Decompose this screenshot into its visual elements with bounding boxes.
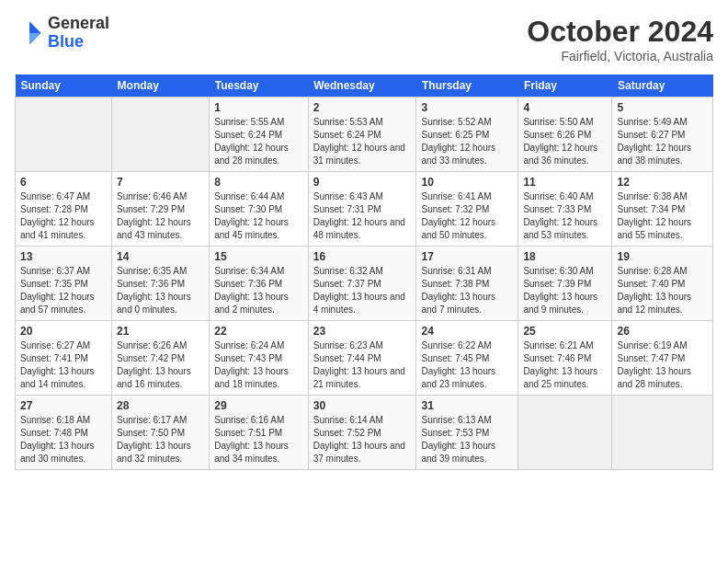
- day-info: Sunrise: 6:32 AMSunset: 7:37 PMDaylight:…: [313, 265, 412, 316]
- calendar-header-row: SundayMondayTuesdayWednesdayThursdayFrid…: [16, 75, 713, 98]
- calendar-cell: [16, 98, 112, 172]
- calendar-cell: 5Sunrise: 5:49 AMSunset: 6:27 PMDaylight…: [612, 98, 713, 172]
- calendar-cell: 9Sunrise: 6:43 AMSunset: 7:31 PMDaylight…: [308, 172, 416, 247]
- day-info: Sunrise: 6:46 AMSunset: 7:29 PMDaylight:…: [117, 190, 204, 242]
- day-info: Sunrise: 6:43 AMSunset: 7:31 PMDaylight:…: [313, 190, 412, 242]
- day-info: Sunrise: 6:26 AMSunset: 7:42 PMDaylight:…: [117, 339, 204, 391]
- calendar-cell: 10Sunrise: 6:41 AMSunset: 7:32 PMDayligh…: [416, 172, 518, 247]
- calendar-cell: 17Sunrise: 6:31 AMSunset: 7:38 PMDayligh…: [416, 247, 518, 321]
- calendar-cell: 1Sunrise: 5:55 AMSunset: 6:24 PMDaylight…: [210, 98, 309, 172]
- day-info: Sunrise: 5:53 AMSunset: 6:24 PMDaylight:…: [313, 116, 412, 167]
- day-info: Sunrise: 6:18 AMSunset: 7:48 PMDaylight:…: [20, 414, 107, 465]
- calendar-cell: 3Sunrise: 5:52 AMSunset: 6:25 PMDaylight…: [416, 98, 518, 172]
- logo: General Blue: [15, 15, 109, 52]
- calendar-cell: 7Sunrise: 6:46 AMSunset: 7:29 PMDaylight…: [112, 172, 210, 247]
- header-day-friday: Friday: [518, 75, 612, 98]
- day-info: Sunrise: 6:40 AMSunset: 7:33 PMDaylight:…: [523, 190, 607, 242]
- calendar-cell: 19Sunrise: 6:28 AMSunset: 7:40 PMDayligh…: [612, 247, 713, 321]
- header-day-thursday: Thursday: [416, 75, 518, 98]
- day-info: Sunrise: 6:17 AMSunset: 7:50 PMDaylight:…: [117, 414, 204, 465]
- calendar-cell: 28Sunrise: 6:17 AMSunset: 7:50 PMDayligh…: [112, 396, 210, 470]
- calendar-week-row: 1Sunrise: 5:55 AMSunset: 6:24 PMDaylight…: [16, 98, 713, 172]
- title-block: October 2024 Fairfield, Victoria, Austra…: [527, 15, 713, 63]
- calendar-table: SundayMondayTuesdayWednesdayThursdayFrid…: [15, 75, 713, 470]
- day-number: 9: [313, 176, 412, 189]
- calendar-cell: 24Sunrise: 6:22 AMSunset: 7:45 PMDayligh…: [416, 321, 518, 396]
- calendar-week-row: 20Sunrise: 6:27 AMSunset: 7:41 PMDayligh…: [16, 321, 713, 396]
- calendar-cell: 21Sunrise: 6:26 AMSunset: 7:42 PMDayligh…: [112, 321, 210, 396]
- day-number: 28: [117, 399, 204, 412]
- day-info: Sunrise: 6:38 AMSunset: 7:34 PMDaylight:…: [617, 190, 708, 242]
- day-number: 12: [617, 176, 708, 189]
- calendar-cell: 4Sunrise: 5:50 AMSunset: 6:26 PMDaylight…: [518, 98, 612, 172]
- day-info: Sunrise: 5:55 AMSunset: 6:24 PMDaylight:…: [214, 116, 303, 167]
- calendar-cell: 6Sunrise: 6:47 AMSunset: 7:28 PMDaylight…: [16, 172, 112, 247]
- day-number: 21: [117, 325, 204, 338]
- day-number: 14: [117, 250, 204, 263]
- day-number: 30: [313, 399, 412, 412]
- day-number: 1: [214, 101, 303, 114]
- header-day-saturday: Saturday: [612, 75, 713, 98]
- calendar-cell: 14Sunrise: 6:35 AMSunset: 7:36 PMDayligh…: [112, 247, 210, 321]
- day-info: Sunrise: 6:19 AMSunset: 7:47 PMDaylight:…: [617, 339, 708, 391]
- day-number: 6: [20, 176, 107, 189]
- calendar-cell: 15Sunrise: 6:34 AMSunset: 7:36 PMDayligh…: [210, 247, 309, 321]
- day-info: Sunrise: 6:16 AMSunset: 7:51 PMDaylight:…: [214, 414, 303, 465]
- header-day-wednesday: Wednesday: [308, 75, 416, 98]
- calendar-cell: 18Sunrise: 6:30 AMSunset: 7:39 PMDayligh…: [518, 247, 612, 321]
- day-info: Sunrise: 6:23 AMSunset: 7:44 PMDaylight:…: [313, 339, 412, 391]
- day-number: 31: [421, 399, 513, 412]
- day-number: 13: [20, 250, 107, 263]
- day-number: 26: [617, 325, 708, 338]
- day-number: 25: [523, 325, 607, 338]
- header-day-sunday: Sunday: [16, 75, 112, 98]
- calendar-cell: 30Sunrise: 6:14 AMSunset: 7:52 PMDayligh…: [308, 396, 416, 470]
- calendar-cell: 13Sunrise: 6:37 AMSunset: 7:35 PMDayligh…: [16, 247, 112, 321]
- day-info: Sunrise: 6:22 AMSunset: 7:45 PMDaylight:…: [421, 339, 513, 391]
- day-info: Sunrise: 6:41 AMSunset: 7:32 PMDaylight:…: [421, 190, 513, 242]
- svg-marker-1: [29, 33, 41, 45]
- day-info: Sunrise: 6:47 AMSunset: 7:28 PMDaylight:…: [20, 190, 107, 242]
- calendar-cell: 12Sunrise: 6:38 AMSunset: 7:34 PMDayligh…: [612, 172, 713, 247]
- calendar-cell: 23Sunrise: 6:23 AMSunset: 7:44 PMDayligh…: [308, 321, 416, 396]
- calendar-week-row: 6Sunrise: 6:47 AMSunset: 7:28 PMDaylight…: [16, 172, 713, 247]
- day-number: 27: [20, 399, 107, 412]
- calendar-cell: [518, 396, 612, 470]
- calendar-cell: 27Sunrise: 6:18 AMSunset: 7:48 PMDayligh…: [16, 396, 112, 470]
- day-number: 29: [214, 399, 303, 412]
- day-number: 18: [523, 250, 607, 263]
- day-info: Sunrise: 6:31 AMSunset: 7:38 PMDaylight:…: [421, 265, 513, 316]
- calendar-cell: [112, 98, 210, 172]
- day-info: Sunrise: 6:34 AMSunset: 7:36 PMDaylight:…: [214, 265, 303, 316]
- day-number: 10: [421, 176, 513, 189]
- calendar-cell: 25Sunrise: 6:21 AMSunset: 7:46 PMDayligh…: [518, 321, 612, 396]
- day-number: 20: [20, 325, 107, 338]
- day-number: 19: [617, 250, 708, 263]
- day-number: 5: [617, 101, 708, 114]
- day-info: Sunrise: 6:14 AMSunset: 7:52 PMDaylight:…: [313, 414, 412, 465]
- day-number: 16: [313, 250, 412, 263]
- day-info: Sunrise: 6:21 AMSunset: 7:46 PMDaylight:…: [523, 339, 607, 391]
- logo-icon: [15, 18, 44, 48]
- day-info: Sunrise: 5:52 AMSunset: 6:25 PMDaylight:…: [421, 116, 513, 167]
- day-info: Sunrise: 5:50 AMSunset: 6:26 PMDaylight:…: [523, 116, 607, 167]
- day-info: Sunrise: 5:49 AMSunset: 6:27 PMDaylight:…: [617, 116, 708, 167]
- day-number: 11: [523, 176, 607, 189]
- calendar-cell: [612, 396, 713, 470]
- calendar-cell: 2Sunrise: 5:53 AMSunset: 6:24 PMDaylight…: [308, 98, 416, 172]
- logo-text: General Blue: [48, 15, 109, 52]
- calendar-cell: 26Sunrise: 6:19 AMSunset: 7:47 PMDayligh…: [612, 321, 713, 396]
- day-info: Sunrise: 6:44 AMSunset: 7:30 PMDaylight:…: [214, 190, 303, 242]
- calendar-cell: 20Sunrise: 6:27 AMSunset: 7:41 PMDayligh…: [16, 321, 112, 396]
- day-info: Sunrise: 6:35 AMSunset: 7:36 PMDaylight:…: [117, 265, 204, 316]
- calendar-cell: 29Sunrise: 6:16 AMSunset: 7:51 PMDayligh…: [210, 396, 309, 470]
- calendar-cell: 11Sunrise: 6:40 AMSunset: 7:33 PMDayligh…: [518, 172, 612, 247]
- calendar-week-row: 13Sunrise: 6:37 AMSunset: 7:35 PMDayligh…: [16, 247, 713, 321]
- svg-marker-0: [29, 21, 41, 33]
- month-title: October 2024: [527, 15, 713, 49]
- header-day-tuesday: Tuesday: [210, 75, 309, 98]
- day-number: 3: [421, 101, 513, 114]
- location: Fairfield, Victoria, Australia: [527, 49, 713, 63]
- day-info: Sunrise: 6:30 AMSunset: 7:39 PMDaylight:…: [523, 265, 607, 316]
- calendar-cell: 31Sunrise: 6:13 AMSunset: 7:53 PMDayligh…: [416, 396, 518, 470]
